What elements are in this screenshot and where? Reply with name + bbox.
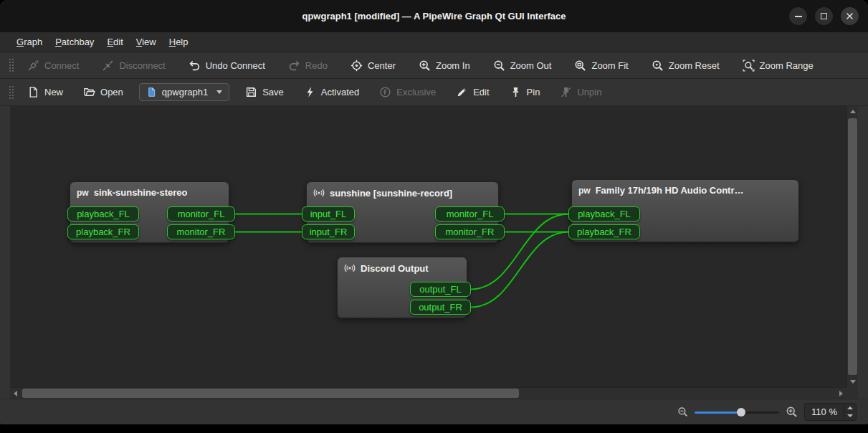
family-port-playback-fl[interactable]: playback_FL	[568, 206, 640, 222]
sunshine-port-input-fr[interactable]: input_FR	[302, 224, 355, 239]
activated-label: Activated	[321, 87, 359, 97]
redo-icon	[288, 60, 300, 72]
discord-port-output-fr[interactable]: output_FR	[410, 300, 471, 315]
open-button[interactable]: Open	[76, 82, 130, 103]
edit-pencil-icon	[456, 86, 468, 98]
connect-label: Connect	[44, 60, 79, 71]
save-button[interactable]: Save	[238, 82, 291, 103]
unpin-button[interactable]: Unpin	[553, 82, 609, 103]
sunshine-port-monitor-fr[interactable]: monitor_FR	[435, 224, 505, 239]
horizontal-scrollbar-thumb[interactable]	[22, 389, 519, 398]
zoom-slider[interactable]	[695, 406, 779, 418]
edit-button[interactable]: Edit	[449, 82, 496, 103]
titlebar[interactable]: qpwgraph1 [modified] — A PipeWire Graph …	[0, 0, 868, 32]
zoom-range-label: Zoom Range	[760, 60, 814, 71]
toolbar-drag-handle[interactable]	[9, 85, 14, 100]
patchbay-toolbar: New Open qpwgraph1 Save	[0, 79, 868, 106]
vertical-scrollbar[interactable]	[846, 106, 858, 387]
open-label: Open	[100, 87, 123, 97]
zoom-value[interactable]: 110 %	[805, 404, 844, 420]
horizontal-scrollbar[interactable]	[10, 387, 846, 399]
close-button[interactable]	[841, 7, 859, 25]
node-title: Discord Output	[361, 263, 429, 274]
redo-label: Redo	[305, 60, 328, 71]
family-port-playback-fr[interactable]: playback_FR	[568, 224, 640, 239]
undo-connect-button[interactable]: Undo Connect	[181, 55, 272, 76]
menu-graph[interactable]: Graph	[10, 34, 49, 49]
minimize-button[interactable]	[789, 7, 807, 25]
undo-connect-label: Undo Connect	[206, 60, 265, 71]
unpin-icon	[560, 86, 572, 98]
zoom-in-icon	[419, 60, 431, 72]
toolbar-drag-handle[interactable]	[9, 58, 14, 72]
zoom-range-icon	[743, 60, 755, 72]
pin-button[interactable]: Pin	[502, 82, 548, 103]
exclusive-button[interactable]: Exclusive	[372, 82, 443, 103]
vertical-scrollbar-thumb[interactable]	[848, 118, 857, 375]
zoom-reset-button[interactable]: Zoom Reset	[644, 55, 727, 76]
pin-icon	[510, 86, 522, 98]
zoom-slider-fill	[695, 411, 741, 414]
stream-icon	[344, 262, 356, 274]
zoom-out-icon	[493, 60, 505, 72]
zoom-spinbox[interactable]: 110 %	[804, 403, 857, 421]
menu-edit[interactable]: Edit	[100, 34, 129, 49]
node-title: sunshine [sunshine-record]	[330, 188, 452, 199]
scrollbar-corner	[846, 387, 858, 399]
zoom-out-label: Zoom Out	[510, 60, 552, 71]
menu-help[interactable]: Help	[163, 34, 195, 49]
center-icon	[350, 60, 363, 72]
activated-bolt-icon	[304, 86, 316, 98]
pipewire-icon: pw	[578, 186, 591, 196]
zoom-in-button[interactable]: Zoom In	[411, 55, 477, 76]
spin-down-icon	[847, 414, 853, 417]
redo-button[interactable]: Redo	[281, 55, 335, 76]
zoom-slider-handle[interactable]	[737, 408, 745, 417]
node-title: sink-sunshine-stereo	[94, 187, 188, 198]
connect-button[interactable]: Connect	[20, 55, 86, 76]
graph-canvas[interactable]: pw sink-sunshine-stereo sunshine [sunshi…	[10, 106, 846, 387]
scroll-right-arrow-icon[interactable]	[839, 391, 843, 396]
node-header: Discord Output	[338, 257, 467, 279]
pin-label: Pin	[527, 87, 540, 97]
zoom-range-button[interactable]: Zoom Range	[735, 55, 821, 76]
sink-port-playback-fr[interactable]: playback_FR	[67, 224, 139, 239]
menubar: Graph Patchbay Edit View Help	[0, 32, 868, 52]
new-label: New	[44, 87, 63, 97]
zoom-reset-icon	[652, 60, 664, 72]
patchbay-combobox[interactable]: qpwgraph1	[139, 83, 229, 101]
zoom-out-mini-icon	[677, 406, 688, 417]
center-button[interactable]: Center	[343, 55, 403, 76]
new-button[interactable]: New	[20, 82, 70, 103]
zoom-in-label: Zoom In	[436, 60, 470, 71]
sink-port-monitor-fr[interactable]: monitor_FR	[167, 224, 235, 239]
scroll-down-arrow-icon[interactable]	[850, 380, 856, 384]
link-discord-output-fr-to-family-playback-fr[interactable]	[471, 232, 568, 308]
canvas-area: pw sink-sunshine-stereo sunshine [sunshi…	[10, 106, 858, 399]
zoom-out-button[interactable]: Zoom Out	[486, 55, 559, 76]
sink-port-playback-fl[interactable]: playback_FL	[67, 206, 139, 222]
new-file-icon	[27, 86, 39, 98]
menu-patchbay[interactable]: Patchbay	[49, 34, 100, 49]
scroll-left-arrow-icon[interactable]	[14, 391, 17, 396]
node-header: pw sink-sunshine-stereo	[70, 182, 229, 203]
spin-up-icon	[847, 406, 853, 409]
sunshine-port-input-fl[interactable]: input_FL	[302, 206, 355, 222]
undo-icon	[189, 60, 201, 72]
exclusive-icon	[379, 86, 391, 98]
sunshine-port-monitor-fl[interactable]: monitor_FL	[435, 206, 505, 222]
zoom-fit-icon	[574, 60, 586, 72]
disconnect-button[interactable]: Disconnect	[95, 55, 172, 76]
zoom-spin-up-button[interactable]	[844, 404, 856, 412]
sink-port-monitor-fl[interactable]: monitor_FL	[167, 206, 235, 222]
activated-button[interactable]: Activated	[297, 82, 366, 103]
zoom-spin-down-button[interactable]	[844, 412, 856, 421]
zoom-spin-buttons	[844, 404, 856, 420]
zoom-fit-button[interactable]: Zoom Fit	[567, 55, 635, 76]
scroll-up-arrow-icon[interactable]	[850, 110, 856, 113]
disconnect-icon	[102, 60, 114, 72]
maximize-button[interactable]	[815, 7, 833, 25]
menu-view[interactable]: View	[130, 34, 163, 49]
connection-layer	[10, 106, 846, 387]
discord-port-output-fl[interactable]: output_FL	[410, 282, 471, 297]
